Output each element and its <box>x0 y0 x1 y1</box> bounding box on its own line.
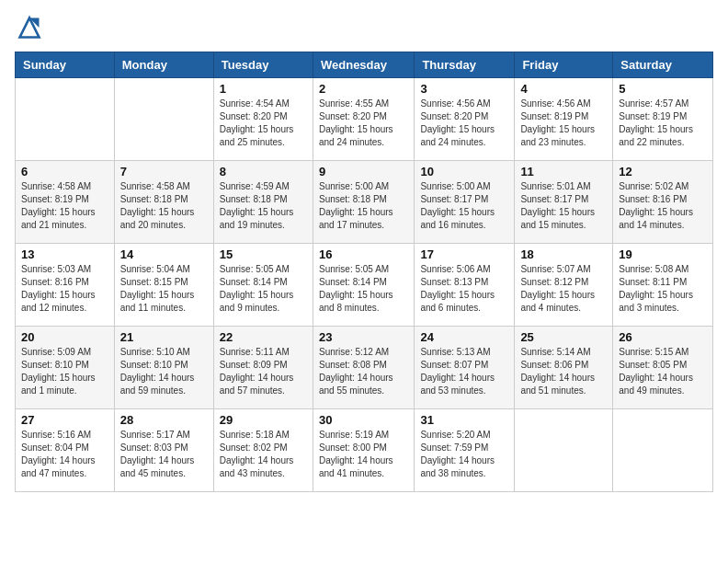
day-info: Sunrise: 5:14 AM Sunset: 8:06 PM Dayligh… <box>520 346 607 397</box>
calendar-cell: 25Sunrise: 5:14 AM Sunset: 8:06 PM Dayli… <box>515 327 613 409</box>
calendar-cell: 16Sunrise: 5:05 AM Sunset: 8:14 PM Dayli… <box>313 244 414 327</box>
day-number: 28 <box>120 413 208 427</box>
calendar-cell: 11Sunrise: 5:01 AM Sunset: 8:17 PM Dayli… <box>515 161 613 244</box>
day-number: 13 <box>21 247 108 261</box>
logo-icon <box>17 15 42 40</box>
calendar-cell: 7Sunrise: 4:58 AM Sunset: 8:18 PM Daylig… <box>114 161 213 244</box>
day-info: Sunrise: 5:16 AM Sunset: 8:04 PM Dayligh… <box>21 429 108 480</box>
calendar-cell: 24Sunrise: 5:13 AM Sunset: 8:07 PM Dayli… <box>415 327 515 409</box>
calendar-cell: 31Sunrise: 5:20 AM Sunset: 7:59 PM Dayli… <box>415 409 515 492</box>
week-row-2: 6Sunrise: 4:58 AM Sunset: 8:19 PM Daylig… <box>16 161 713 244</box>
weekday-monday: Monday <box>114 52 213 78</box>
day-info: Sunrise: 5:02 AM Sunset: 8:16 PM Dayligh… <box>619 180 707 232</box>
day-info: Sunrise: 5:09 AM Sunset: 8:10 PM Dayligh… <box>21 346 108 397</box>
weekday-header-row: SundayMondayTuesdayWednesdayThursdayFrid… <box>16 52 713 78</box>
day-info: Sunrise: 5:05 AM Sunset: 8:14 PM Dayligh… <box>220 263 307 315</box>
day-info: Sunrise: 5:18 AM Sunset: 8:02 PM Dayligh… <box>220 429 307 480</box>
calendar-cell: 3Sunrise: 4:56 AM Sunset: 8:20 PM Daylig… <box>415 78 515 161</box>
weekday-wednesday: Wednesday <box>313 52 414 78</box>
day-info: Sunrise: 5:03 AM Sunset: 8:16 PM Dayligh… <box>21 263 108 315</box>
day-number: 5 <box>619 82 707 96</box>
calendar-cell: 19Sunrise: 5:08 AM Sunset: 8:11 PM Dayli… <box>613 244 713 327</box>
day-number: 1 <box>220 82 307 96</box>
calendar-cell: 13Sunrise: 5:03 AM Sunset: 8:16 PM Dayli… <box>16 244 115 327</box>
calendar-cell <box>114 78 213 161</box>
calendar-cell: 10Sunrise: 5:00 AM Sunset: 8:17 PM Dayli… <box>415 161 515 244</box>
day-number: 6 <box>21 165 108 178</box>
day-number: 30 <box>319 413 408 427</box>
calendar-cell: 30Sunrise: 5:19 AM Sunset: 8:00 PM Dayli… <box>313 409 414 492</box>
day-number: 29 <box>220 413 307 427</box>
day-number: 24 <box>420 330 508 344</box>
day-number: 21 <box>120 330 208 344</box>
calendar-cell: 29Sunrise: 5:18 AM Sunset: 8:02 PM Dayli… <box>213 409 313 492</box>
day-info: Sunrise: 5:07 AM Sunset: 8:12 PM Dayligh… <box>520 263 607 315</box>
day-number: 17 <box>420 247 508 261</box>
day-info: Sunrise: 4:56 AM Sunset: 8:20 PM Dayligh… <box>420 98 508 149</box>
calendar-cell: 8Sunrise: 4:59 AM Sunset: 8:18 PM Daylig… <box>213 161 313 244</box>
day-info: Sunrise: 4:58 AM Sunset: 8:19 PM Dayligh… <box>21 180 108 232</box>
day-number: 11 <box>520 165 607 178</box>
day-info: Sunrise: 4:59 AM Sunset: 8:18 PM Dayligh… <box>220 180 307 232</box>
day-info: Sunrise: 5:20 AM Sunset: 7:59 PM Dayligh… <box>420 429 508 480</box>
day-number: 9 <box>319 165 408 178</box>
calendar-cell: 14Sunrise: 5:04 AM Sunset: 8:15 PM Dayli… <box>114 244 213 327</box>
calendar-cell: 20Sunrise: 5:09 AM Sunset: 8:10 PM Dayli… <box>16 327 115 409</box>
day-number: 18 <box>520 247 607 261</box>
calendar-body: 1Sunrise: 4:54 AM Sunset: 8:20 PM Daylig… <box>16 78 713 492</box>
day-info: Sunrise: 4:55 AM Sunset: 8:20 PM Dayligh… <box>319 98 408 149</box>
day-number: 7 <box>120 165 208 178</box>
calendar-cell: 21Sunrise: 5:10 AM Sunset: 8:10 PM Dayli… <box>114 327 213 409</box>
calendar-cell: 28Sunrise: 5:17 AM Sunset: 8:03 PM Dayli… <box>114 409 213 492</box>
day-number: 12 <box>619 165 707 178</box>
day-number: 14 <box>120 247 208 261</box>
calendar-cell: 6Sunrise: 4:58 AM Sunset: 8:19 PM Daylig… <box>16 161 115 244</box>
day-number: 4 <box>520 82 607 96</box>
week-row-4: 20Sunrise: 5:09 AM Sunset: 8:10 PM Dayli… <box>16 327 713 409</box>
day-number: 2 <box>319 82 408 96</box>
calendar-cell: 23Sunrise: 5:12 AM Sunset: 8:08 PM Dayli… <box>313 327 414 409</box>
calendar-cell: 22Sunrise: 5:11 AM Sunset: 8:09 PM Dayli… <box>213 327 313 409</box>
day-info: Sunrise: 4:57 AM Sunset: 8:19 PM Dayligh… <box>619 98 707 149</box>
day-number: 20 <box>21 330 108 344</box>
calendar-cell: 15Sunrise: 5:05 AM Sunset: 8:14 PM Dayli… <box>213 244 313 327</box>
week-row-3: 13Sunrise: 5:03 AM Sunset: 8:16 PM Dayli… <box>16 244 713 327</box>
day-info: Sunrise: 5:13 AM Sunset: 8:07 PM Dayligh… <box>420 346 508 397</box>
calendar-cell: 1Sunrise: 4:54 AM Sunset: 8:20 PM Daylig… <box>213 78 313 161</box>
day-number: 15 <box>220 247 307 261</box>
calendar-cell: 4Sunrise: 4:56 AM Sunset: 8:19 PM Daylig… <box>515 78 613 161</box>
day-info: Sunrise: 5:12 AM Sunset: 8:08 PM Dayligh… <box>319 346 408 397</box>
day-info: Sunrise: 5:10 AM Sunset: 8:10 PM Dayligh… <box>120 346 208 397</box>
day-number: 27 <box>21 413 108 427</box>
day-number: 26 <box>619 330 707 344</box>
week-row-1: 1Sunrise: 4:54 AM Sunset: 8:20 PM Daylig… <box>16 78 713 161</box>
calendar-cell <box>613 409 713 492</box>
calendar-table: SundayMondayTuesdayWednesdayThursdayFrid… <box>15 52 713 492</box>
calendar-cell: 5Sunrise: 4:57 AM Sunset: 8:19 PM Daylig… <box>613 78 713 161</box>
day-number: 3 <box>420 82 508 96</box>
day-number: 19 <box>619 247 707 261</box>
day-info: Sunrise: 4:56 AM Sunset: 8:19 PM Dayligh… <box>520 98 607 149</box>
calendar-cell: 27Sunrise: 5:16 AM Sunset: 8:04 PM Dayli… <box>16 409 115 492</box>
day-info: Sunrise: 5:06 AM Sunset: 8:13 PM Dayligh… <box>420 263 508 315</box>
day-info: Sunrise: 5:00 AM Sunset: 8:18 PM Dayligh… <box>319 180 408 232</box>
day-info: Sunrise: 5:15 AM Sunset: 8:05 PM Dayligh… <box>619 346 707 397</box>
calendar-cell: 17Sunrise: 5:06 AM Sunset: 8:13 PM Dayli… <box>415 244 515 327</box>
day-info: Sunrise: 5:17 AM Sunset: 8:03 PM Dayligh… <box>120 429 208 480</box>
page-header <box>15 15 713 40</box>
day-number: 22 <box>220 330 307 344</box>
calendar-cell <box>16 78 115 161</box>
day-number: 23 <box>319 330 408 344</box>
calendar-cell: 2Sunrise: 4:55 AM Sunset: 8:20 PM Daylig… <box>313 78 414 161</box>
week-row-5: 27Sunrise: 5:16 AM Sunset: 8:04 PM Dayli… <box>16 409 713 492</box>
day-number: 31 <box>420 413 508 427</box>
calendar-cell: 18Sunrise: 5:07 AM Sunset: 8:12 PM Dayli… <box>515 244 613 327</box>
calendar-cell: 26Sunrise: 5:15 AM Sunset: 8:05 PM Dayli… <box>613 327 713 409</box>
day-number: 16 <box>319 247 408 261</box>
day-info: Sunrise: 4:54 AM Sunset: 8:20 PM Dayligh… <box>220 98 307 149</box>
day-number: 8 <box>220 165 307 178</box>
day-number: 10 <box>420 165 508 178</box>
calendar-cell: 9Sunrise: 5:00 AM Sunset: 8:18 PM Daylig… <box>313 161 414 244</box>
weekday-tuesday: Tuesday <box>213 52 313 78</box>
weekday-sunday: Sunday <box>16 52 115 78</box>
